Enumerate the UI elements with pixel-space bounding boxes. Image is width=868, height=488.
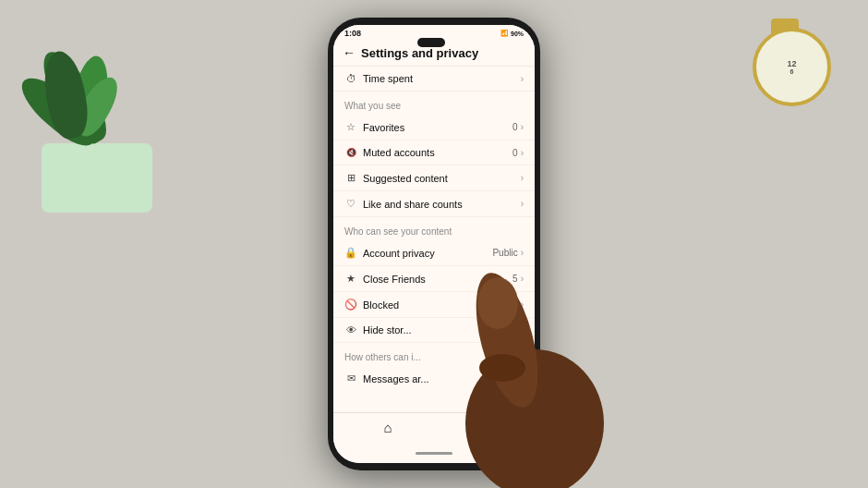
section-who-can-see: Who can see your content (333, 217, 535, 240)
time-spent-chevron: › (521, 74, 524, 84)
home-bar (416, 452, 452, 455)
like-share-row[interactable]: ♡ Like and share counts › (333, 191, 535, 217)
account-privacy-label: Account privacy (363, 248, 435, 259)
muted-icon: 🔇 (344, 148, 357, 157)
muted-chevron: › (521, 148, 524, 158)
svg-point-2 (477, 277, 518, 329)
muted-value: 0 (512, 148, 518, 158)
close-friends-label: Close Friends (363, 274, 426, 285)
like-label: Like and share counts (363, 199, 463, 210)
favorites-row[interactable]: ☆ Favorites 0 › (333, 115, 535, 140)
status-icons: 📶 90% (500, 30, 524, 37)
back-button[interactable]: ← (343, 45, 356, 60)
time-spent-label: Time spent (363, 73, 413, 84)
messages-icon: ✉ (344, 372, 357, 384)
battery-icon: 90% (511, 30, 524, 37)
suggested-icon: ⊞ (344, 172, 357, 184)
clock-decoration: 126 (748, 18, 840, 120)
account-privacy-chevron: › (521, 248, 524, 258)
section-what-you-see: What you see (333, 92, 535, 115)
account-privacy-row[interactable]: 🔒 Account privacy Public › (333, 240, 535, 266)
favorites-chevron: › (521, 122, 524, 132)
close-friends-icon: ★ (344, 273, 357, 285)
time-icon: ⏱ (344, 73, 357, 84)
status-bar: 1:08 📶 90% (333, 25, 535, 40)
favorites-icon: ☆ (344, 121, 357, 133)
home-nav-icon[interactable]: ⌂ (383, 420, 392, 435)
lock-icon: 🔒 (344, 247, 357, 259)
account-privacy-value: Public (492, 248, 517, 258)
muted-accounts-row[interactable]: 🔇 Muted accounts 0 › (333, 140, 535, 165)
suggested-chevron: › (521, 173, 524, 183)
like-chevron: › (521, 199, 524, 209)
time-spent-left: ⏱ Time spent (344, 73, 413, 84)
signal-icon: 📶 (500, 30, 509, 37)
hide-icon: 👁 (344, 324, 357, 336)
messages-label: Messages ar... (363, 373, 429, 384)
blocked-icon: 🚫 (344, 299, 357, 311)
hide-label: Hide stor... (363, 324, 412, 336)
favorites-value: 0 (512, 122, 518, 132)
favorites-label: Favorites (363, 122, 404, 133)
plant-decoration (18, 9, 194, 213)
svg-point-3 (479, 354, 525, 382)
blocked-label: Blocked (363, 299, 399, 311)
hand-overlay (452, 266, 618, 488)
muted-label: Muted accounts (363, 147, 435, 158)
page-title: Settings and privacy (361, 46, 478, 60)
suggested-content-row[interactable]: ⊞ Suggested content › (333, 165, 535, 191)
status-time: 1:08 (344, 29, 361, 38)
time-spent-row[interactable]: ⏱ Time spent › (333, 67, 535, 92)
like-icon: ♡ (344, 198, 357, 210)
suggested-label: Suggested content (363, 173, 448, 184)
